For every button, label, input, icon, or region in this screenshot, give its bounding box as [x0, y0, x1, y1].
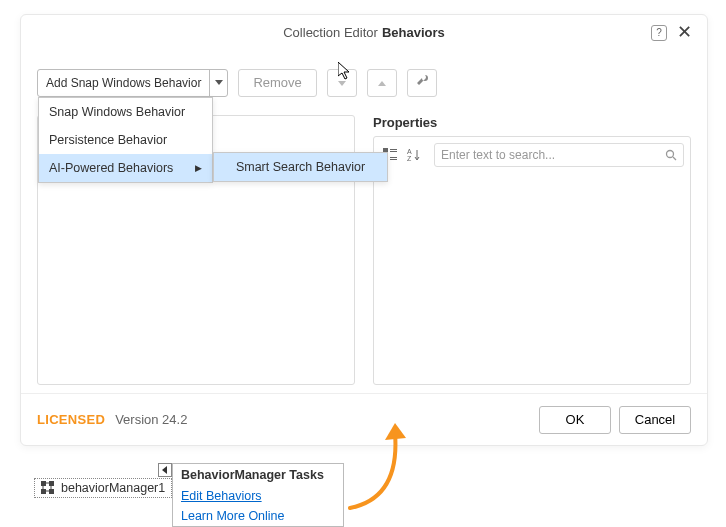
properties-column: Properties AZ Enter text to search...	[373, 115, 691, 385]
svg-rect-13	[49, 489, 54, 494]
tasks-title: BehaviorManager Tasks	[173, 464, 343, 486]
svg-rect-10	[41, 481, 46, 486]
wrench-icon	[416, 75, 428, 87]
search-icon	[665, 149, 677, 161]
version-label: Version 24.2	[115, 412, 187, 427]
close-icon[interactable]: ✕	[675, 23, 693, 41]
submenu-arrow-icon: ▶	[195, 163, 202, 173]
menu-item-label: AI-Powered Behaviors	[49, 161, 173, 175]
add-behavior-dropdown-toggle[interactable]	[209, 70, 227, 96]
menu-item-smart-search[interactable]: Smart Search Behavior	[214, 153, 387, 181]
svg-point-8	[667, 151, 674, 158]
property-grid: AZ Enter text to search...	[373, 136, 691, 385]
behavior-manager-component[interactable]: behaviorManager1	[34, 478, 172, 498]
add-behavior-label: Add Snap Windows Behavior	[38, 70, 209, 96]
svg-rect-12	[41, 489, 46, 494]
component-name: behaviorManager1	[61, 481, 165, 495]
learn-more-link[interactable]: Learn More Online	[173, 506, 343, 526]
license-badge: LICENSED	[37, 412, 105, 427]
svg-rect-1	[390, 149, 397, 150]
svg-rect-5	[390, 159, 397, 160]
svg-rect-11	[49, 481, 54, 486]
remove-button[interactable]: Remove	[238, 69, 316, 97]
svg-text:A: A	[407, 148, 412, 155]
toolbar-tool-button[interactable]	[407, 69, 437, 97]
cancel-button[interactable]: Cancel	[619, 406, 691, 434]
svg-rect-4	[390, 157, 397, 158]
tasks-popup: BehaviorManager Tasks Edit Behaviors Lea…	[172, 463, 344, 527]
ai-powered-submenu: Smart Search Behavior	[213, 152, 388, 182]
svg-rect-2	[390, 151, 397, 152]
menu-item-ai-powered[interactable]: AI-Powered Behaviors ▶ Smart Search Beha…	[39, 154, 212, 182]
svg-text:Z: Z	[407, 155, 412, 162]
dialog-footer: LICENSED Version 24.2 OK Cancel	[21, 393, 707, 445]
add-behavior-menu: Snap Windows Behavior Persistence Behavi…	[38, 97, 213, 183]
property-search-input[interactable]: Enter text to search...	[434, 143, 684, 167]
menu-item-label: Persistence Behavior	[49, 133, 167, 147]
menu-item-persistence[interactable]: Persistence Behavior	[39, 126, 212, 154]
title-main: Behaviors	[382, 25, 445, 40]
component-icon	[41, 481, 55, 495]
smart-tag-arrow-icon	[161, 466, 169, 474]
help-icon[interactable]: ?	[651, 25, 667, 41]
collection-editor-dialog: Collection Editor Behaviors ? ✕ Add Snap…	[20, 14, 708, 446]
smart-tag-button[interactable]	[158, 463, 172, 477]
search-placeholder: Enter text to search...	[441, 148, 665, 162]
ok-button[interactable]: OK	[539, 406, 611, 434]
dialog-body: Add Snap Windows Behavior Remove Snap Wi…	[21, 51, 707, 393]
edit-behaviors-link[interactable]: Edit Behaviors	[173, 486, 343, 506]
menu-item-label: Smart Search Behavior	[236, 160, 365, 174]
properties-label: Properties	[373, 115, 691, 130]
property-grid-toolbar: AZ Enter text to search...	[380, 143, 684, 167]
move-down-button[interactable]	[327, 69, 357, 97]
svg-line-9	[673, 157, 676, 160]
chevron-down-icon	[215, 80, 223, 86]
dialog-titlebar: Collection Editor Behaviors ? ✕	[21, 15, 707, 51]
chevron-down-icon	[338, 81, 346, 87]
toolbar: Add Snap Windows Behavior Remove Snap Wi…	[37, 67, 691, 99]
move-up-button[interactable]	[367, 69, 397, 97]
chevron-up-icon	[378, 81, 386, 87]
title-prefix: Collection Editor	[283, 25, 378, 40]
menu-item-label: Snap Windows Behavior	[49, 105, 185, 119]
alphabetical-view-icon[interactable]: AZ	[404, 145, 424, 165]
menu-item-snap-windows[interactable]: Snap Windows Behavior	[39, 98, 212, 126]
add-behavior-button[interactable]: Add Snap Windows Behavior	[37, 69, 228, 97]
